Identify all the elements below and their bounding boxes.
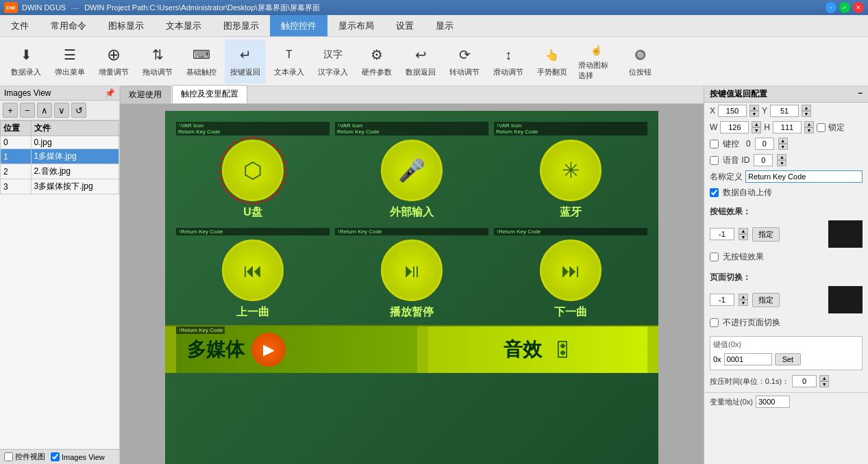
grid-item-next[interactable]: ↑Return Key Code ⏭ 下一曲 xyxy=(494,228,647,320)
canvas[interactable]: ↑VAR IconReturn Key Code ⬡ U盘 ↑VAR IconR… xyxy=(165,111,658,464)
press-time-spinner[interactable]: ▲ ▼ xyxy=(819,375,829,387)
auto-upload-checkbox[interactable] xyxy=(710,188,719,197)
tool-data-return[interactable]: ↩ 数据返回 xyxy=(400,40,441,83)
tool-slide-icon[interactable]: ☝ 滑动图标选择 xyxy=(575,40,617,83)
menu-icon-display[interactable]: 图标显示 xyxy=(97,15,155,36)
tool-basic-touch[interactable]: ⌨ 基础触控 xyxy=(181,40,222,83)
voice-id-input[interactable] xyxy=(754,154,773,166)
key-spinner-up[interactable]: ▲ xyxy=(778,138,788,144)
add-button[interactable]: + xyxy=(3,103,18,118)
grid-item-prev[interactable]: ↑Return Key Code ⏮ 上一曲 xyxy=(176,228,330,320)
specify2-btn[interactable]: 指定 xyxy=(752,293,780,307)
list-item[interactable]: 2 2.音效.jpg xyxy=(1,164,119,179)
specify-btn[interactable]: 指定 xyxy=(752,227,780,242)
key-spinner-down[interactable]: ▼ xyxy=(778,144,788,150)
icon-usb[interactable]: ⬡ xyxy=(222,140,284,201)
press-time-spin-down[interactable]: ▼ xyxy=(819,381,829,387)
tool-hardware-params[interactable]: ⚙ 硬件参数 xyxy=(356,40,397,83)
name-def-input[interactable] xyxy=(745,170,863,183)
lock-checkbox[interactable] xyxy=(817,123,826,132)
menu-settings[interactable]: 设置 xyxy=(385,15,425,36)
h-spinner[interactable]: ▲ ▼ xyxy=(804,121,814,133)
tool-popup-menu[interactable]: ☰ 弹出菜单 xyxy=(49,40,90,83)
tool-bit-button[interactable]: 🔘 位按钮 xyxy=(619,40,660,83)
btn-effect-input[interactable] xyxy=(710,228,734,240)
controls-view-checkbox[interactable] xyxy=(4,452,13,461)
remove-button[interactable]: − xyxy=(20,103,35,118)
menu-graphics[interactable]: 图形显示 xyxy=(212,15,270,36)
refresh-button[interactable]: ↺ xyxy=(71,103,86,118)
x-spin-up[interactable]: ▲ xyxy=(749,105,759,111)
key-value-spinner[interactable]: ▲ ▼ xyxy=(778,138,788,150)
tab-touch-config[interactable]: 触控及变里配置 xyxy=(172,85,247,103)
set-button[interactable]: Set xyxy=(775,353,802,365)
grid-item-usb[interactable]: ↑VAR IconReturn Key Code ⬡ U盘 xyxy=(176,122,330,220)
grid-item-bluetooth[interactable]: ↑VAR IconReturn Key Code ✳ 蓝牙 xyxy=(494,122,647,220)
images-view-checkbox[interactable] xyxy=(51,452,60,461)
x-spinner[interactable]: ▲ ▼ xyxy=(749,105,759,117)
y-input[interactable] xyxy=(770,105,799,117)
icon-playpause[interactable]: ⏯ xyxy=(381,240,443,301)
press-time-spin-up[interactable]: ▲ xyxy=(819,375,829,381)
hex-input[interactable] xyxy=(724,353,772,365)
page-switch-spin-down[interactable]: ▼ xyxy=(739,300,748,306)
play-button[interactable]: ▶ xyxy=(251,333,286,367)
tool-chinese-entry[interactable]: 汉字 汉字录入 xyxy=(312,40,354,83)
menu-text-display[interactable]: 文本显示 xyxy=(155,15,212,36)
x-input[interactable] xyxy=(718,105,747,117)
list-item[interactable]: 1 1多媒体.jpg xyxy=(1,149,119,164)
icon-bluetooth[interactable]: ✳ xyxy=(540,140,602,201)
no-page-checkbox[interactable] xyxy=(710,318,719,327)
page-switch-spin-up[interactable]: ▲ xyxy=(739,294,748,300)
menu-display[interactable]: 显示 xyxy=(425,15,464,36)
tool-gesture-page[interactable]: 👆 手势翻页 xyxy=(532,40,573,83)
btn-effect-spin-down[interactable]: ▼ xyxy=(739,234,748,240)
press-time-input[interactable] xyxy=(792,375,817,387)
move-up-button[interactable]: ∧ xyxy=(37,103,52,118)
w-spin-down[interactable]: ▼ xyxy=(752,127,761,133)
menu-display-layout[interactable]: 显示布局 xyxy=(327,15,385,36)
y-spin-up[interactable]: ▲ xyxy=(802,105,811,111)
close-button[interactable]: ✕ xyxy=(853,2,864,13)
x-spin-down[interactable]: ▼ xyxy=(749,111,759,117)
tool-rotate-adjust[interactable]: ⟳ 转动调节 xyxy=(444,40,485,83)
key-value-input[interactable] xyxy=(755,138,774,150)
w-spin-up[interactable]: ▲ xyxy=(752,121,761,127)
y-spinner[interactable]: ▲ ▼ xyxy=(802,105,811,117)
tool-data-entry[interactable]: ⬇ 数据录入 xyxy=(5,40,47,83)
btn-effect-spinner[interactable]: ▲ ▼ xyxy=(739,228,748,240)
page-switch-input[interactable] xyxy=(710,294,734,306)
controls-view-tab[interactable]: 控件视图 xyxy=(4,452,45,462)
menu-file[interactable]: 文件 xyxy=(0,15,40,36)
var-addr-input[interactable] xyxy=(756,396,790,408)
key-ctrl-checkbox[interactable] xyxy=(710,140,719,149)
h-spin-up[interactable]: ▲ xyxy=(804,121,814,127)
page-switch-spinner[interactable]: ▲ ▼ xyxy=(739,294,748,306)
menu-common[interactable]: 常用命令 xyxy=(40,15,97,36)
icon-ext-input[interactable]: 🎤 xyxy=(381,140,443,201)
voice-spinner-up[interactable]: ▲ xyxy=(777,154,786,160)
h-input[interactable] xyxy=(773,121,802,133)
voice-id-checkbox[interactable] xyxy=(710,156,719,165)
images-view-tab[interactable]: Images View xyxy=(51,452,105,462)
y-spin-down[interactable]: ▼ xyxy=(802,111,811,117)
list-item[interactable]: 3 3多媒体按下.jpg xyxy=(1,179,119,194)
list-item[interactable]: 0 0.jpg xyxy=(1,136,119,149)
h-spin-down[interactable]: ▼ xyxy=(804,127,814,133)
canvas-container[interactable]: ↑VAR IconReturn Key Code ⬡ U盘 ↑VAR IconR… xyxy=(120,104,704,464)
grid-item-ext-input[interactable]: ↑VAR IconReturn Key Code 🎤 外部输入 xyxy=(335,122,488,220)
maximize-button[interactable]: ✓ xyxy=(839,2,850,13)
icon-prev[interactable]: ⏮ xyxy=(222,240,284,301)
no-effect-checkbox[interactable] xyxy=(710,253,719,261)
minimize-button[interactable]: − xyxy=(826,2,836,13)
tool-key-return[interactable]: ↵ 按键返回 xyxy=(225,40,266,83)
tab-welcome[interactable]: 欢迎使用 xyxy=(120,86,171,103)
icon-next[interactable]: ⏭ xyxy=(540,240,602,301)
grid-item-playpause[interactable]: ↑Return Key Code ⏯ 播放暂停 xyxy=(335,228,488,320)
voice-spinner[interactable]: ▲ ▼ xyxy=(777,154,786,166)
w-input[interactable] xyxy=(720,121,749,133)
move-down-button[interactable]: ∨ xyxy=(54,103,69,118)
tool-text-entry[interactable]: T 文本录入 xyxy=(269,40,310,83)
voice-spinner-down[interactable]: ▼ xyxy=(777,160,786,166)
menu-touch-controls[interactable]: 触控控件 xyxy=(270,15,327,36)
